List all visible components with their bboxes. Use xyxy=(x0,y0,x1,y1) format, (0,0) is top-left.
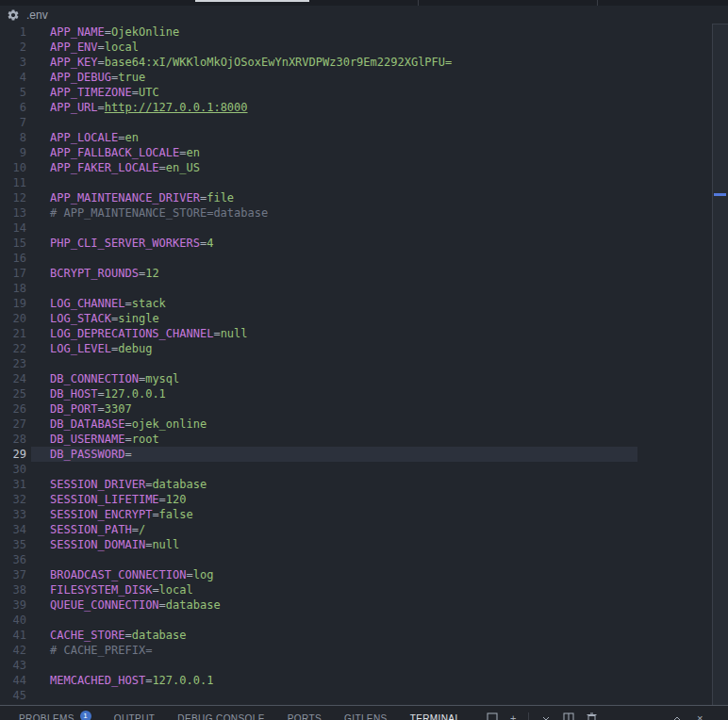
scroll-lock-icon[interactable] xyxy=(487,712,498,720)
code-line[interactable]: 20LOG_STACK=single xyxy=(0,311,712,326)
line-number[interactable]: 27 xyxy=(0,417,26,432)
plus-icon[interactable]: + xyxy=(510,712,516,720)
scrollbar[interactable] xyxy=(712,24,728,705)
code-line[interactable]: 31SESSION_DRIVER=database xyxy=(0,477,712,492)
code-line[interactable]: 40 xyxy=(0,613,712,628)
code-line[interactable]: 3APP_KEY=base64:xI/WKKloMkOjOSoxEwYnXRVD… xyxy=(0,55,712,70)
url-link[interactable]: http://127.0.0.1:8000 xyxy=(105,101,248,114)
line-number[interactable]: 13 xyxy=(0,205,26,221)
breadcrumb-item-env[interactable]: .env xyxy=(0,6,48,25)
line-number[interactable]: 24 xyxy=(0,371,26,386)
code-line[interactable]: 44MEMCACHED_HOST=127.0.0.1 xyxy=(0,673,712,688)
line-number[interactable]: 39 xyxy=(0,597,26,613)
line-number[interactable]: 9 xyxy=(0,145,26,160)
line-number[interactable]: 35 xyxy=(0,537,26,552)
code-line[interactable]: 7 xyxy=(0,115,712,130)
code-line[interactable]: 35SESSION_DOMAIN=null xyxy=(0,537,712,552)
line-number[interactable]: 45 xyxy=(0,688,26,703)
line-number[interactable]: 28 xyxy=(0,432,26,447)
line-number[interactable]: 31 xyxy=(0,477,26,492)
code-line[interactable]: 10APP_FAKER_LOCALE=en_US xyxy=(0,160,712,175)
code-editor[interactable]: 1APP_NAME=OjekOnline2APP_ENV=local3APP_K… xyxy=(0,25,712,705)
line-number[interactable]: 2 xyxy=(0,40,26,55)
line-number[interactable]: 8 xyxy=(0,130,26,145)
line-number[interactable]: 32 xyxy=(0,492,26,507)
line-number[interactable]: 22 xyxy=(0,341,26,356)
code-line[interactable]: 21LOG_DEPRECATIONS_CHANNEL=null xyxy=(0,326,712,341)
code-line[interactable]: 18 xyxy=(0,281,712,296)
line-number[interactable]: 34 xyxy=(0,522,26,537)
line-number[interactable]: 5 xyxy=(0,85,26,100)
code-line[interactable]: 45 xyxy=(0,688,712,703)
code-line[interactable]: 26DB_PORT=3307 xyxy=(0,401,712,417)
panel-tab-ports[interactable]: PORTS xyxy=(288,713,322,720)
panel-tab-gitlens[interactable]: GITLENS xyxy=(344,713,388,720)
code-line[interactable]: 34SESSION_PATH=/ xyxy=(0,522,712,537)
chevron-down-icon[interactable] xyxy=(541,712,551,720)
line-number[interactable]: 23 xyxy=(0,356,26,371)
code-line[interactable]: 8APP_LOCALE=en xyxy=(0,130,712,145)
line-number[interactable]: 33 xyxy=(0,507,26,522)
code-line[interactable]: 17BCRYPT_ROUNDS=12 xyxy=(0,266,712,281)
line-number[interactable]: 6 xyxy=(0,100,26,115)
line-number[interactable]: 21 xyxy=(0,326,26,341)
line-number[interactable]: 30 xyxy=(0,462,26,477)
code-line[interactable]: 12APP_MAINTENANCE_DRIVER=file xyxy=(0,190,712,205)
panel-tab-output[interactable]: OUTPUT xyxy=(114,713,156,720)
split-terminal-icon[interactable] xyxy=(563,712,574,720)
line-number[interactable]: 3 xyxy=(0,55,26,70)
code-line[interactable]: 39QUEUE_CONNECTION=database xyxy=(0,597,712,613)
code-line[interactable]: 32SESSION_LIFETIME=120 xyxy=(0,492,712,507)
code-line[interactable]: 13# APP_MAINTENANCE_STORE=database xyxy=(0,205,712,221)
code-line[interactable]: 43 xyxy=(0,658,712,673)
line-number[interactable]: 17 xyxy=(0,266,26,281)
code-line[interactable]: 2APP_ENV=local xyxy=(0,40,712,55)
line-number[interactable]: 42 xyxy=(0,643,26,658)
code-line[interactable]: 5APP_TIMEZONE=UTC xyxy=(0,85,712,100)
line-number[interactable]: 38 xyxy=(0,582,26,597)
line-number[interactable]: 25 xyxy=(0,386,26,401)
chevron-up-icon[interactable] xyxy=(672,712,682,720)
code-line[interactable]: 24DB_CONNECTION=mysql xyxy=(0,371,712,386)
line-number[interactable]: 10 xyxy=(0,160,26,175)
code-line[interactable]: 28DB_USERNAME=root xyxy=(0,432,712,447)
line-number[interactable]: 26 xyxy=(0,401,26,417)
code-line[interactable]: 27DB_DATABASE=ojek_online xyxy=(0,417,712,432)
code-line[interactable]: 15PHP_CLI_SERVER_WORKERS=4 xyxy=(0,236,712,251)
code-line[interactable]: 38FILESYSTEM_DISK=local xyxy=(0,582,712,597)
code-line[interactable]: 42# CACHE_PREFIX= xyxy=(0,643,712,658)
line-number[interactable]: 43 xyxy=(0,658,26,673)
line-number[interactable]: 4 xyxy=(0,70,26,85)
line-number[interactable]: 12 xyxy=(0,190,26,205)
code-line[interactable]: 16 xyxy=(0,251,712,266)
code-line[interactable]: 19LOG_CHANNEL=stack xyxy=(0,296,712,311)
line-number[interactable]: 14 xyxy=(0,221,26,236)
line-number[interactable]: 41 xyxy=(0,628,26,643)
line-number[interactable]: 16 xyxy=(0,251,26,266)
code-line[interactable]: 14 xyxy=(0,221,712,236)
code-line[interactable]: 25DB_HOST=127.0.0.1 xyxy=(0,386,712,401)
line-number[interactable]: 7 xyxy=(0,115,26,130)
line-number[interactable]: 36 xyxy=(0,552,26,567)
code-line[interactable]: 23 xyxy=(0,356,712,371)
code-line[interactable]: 29DB_PASSWORD= xyxy=(0,447,712,462)
line-number[interactable]: 19 xyxy=(0,296,26,311)
code-line[interactable]: 22LOG_LEVEL=debug xyxy=(0,341,712,356)
line-number[interactable]: 11 xyxy=(0,175,26,190)
line-number[interactable]: 15 xyxy=(0,236,26,251)
line-number[interactable]: 20 xyxy=(0,311,26,326)
tabbar-scrollbar-thumb[interactable] xyxy=(195,0,309,2)
close-icon[interactable]: × xyxy=(697,712,703,720)
code-line[interactable]: 37BROADCAST_CONNECTION=log xyxy=(0,567,712,582)
code-line[interactable]: 11 xyxy=(0,175,712,190)
code-line[interactable]: 1APP_NAME=OjekOnline xyxy=(0,25,712,40)
panel-tab-terminal[interactable]: TERMINAL xyxy=(410,713,461,720)
line-number[interactable]: 29 xyxy=(0,447,26,462)
code-line[interactable]: 30 xyxy=(0,462,712,477)
code-line[interactable]: 33SESSION_ENCRYPT=false xyxy=(0,507,712,522)
line-number[interactable]: 18 xyxy=(0,281,26,296)
line-number[interactable]: 1 xyxy=(0,25,26,40)
code-line[interactable]: 4APP_DEBUG=true xyxy=(0,70,712,85)
panel-tab-problems[interactable]: PROBLEMS1 xyxy=(19,713,91,720)
line-number[interactable]: 44 xyxy=(0,673,26,688)
